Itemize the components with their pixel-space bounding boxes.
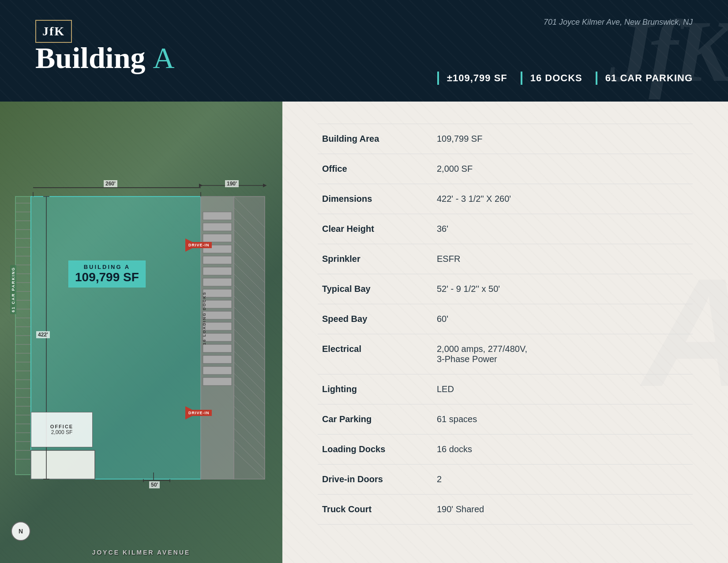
meas-height: 422'	[36, 331, 50, 338]
specs-table: Building Area109,799 SFOffice2,000 SFDim…	[318, 124, 693, 525]
logo-text: JfK	[42, 24, 65, 38]
spec-row-4: SprinklerESFR	[318, 244, 693, 274]
svg-rect-49	[234, 196, 265, 479]
spec-value-12: 190' Shared	[432, 495, 693, 525]
map-office-sf: 2,000 SF	[51, 429, 73, 435]
spec-row-6: Speed Bay60'	[318, 304, 693, 334]
map-building-name: BUILDING A	[75, 264, 139, 270]
spec-label-1: Office	[318, 154, 432, 184]
spec-value-3: 36'	[432, 214, 693, 244]
spec-label-0: Building Area	[318, 124, 432, 154]
svg-rect-38	[203, 267, 232, 275]
meas-top: 190'	[225, 180, 239, 187]
spec-value-5: 52' - 9 1/2'' x 50'	[432, 274, 693, 304]
spec-value-11: 2	[432, 465, 693, 495]
svg-rect-43	[203, 322, 232, 330]
map-north-indicator: N	[11, 521, 30, 541]
svg-rect-46	[203, 355, 232, 363]
spec-value-0: 109,799 SF	[432, 124, 693, 154]
spec-label-2: Dimensions	[318, 184, 432, 214]
spec-row-9: Car Parking61 spaces	[318, 404, 693, 435]
specs-section: A Building Area109,799 SFOffice2,000 SFD…	[282, 102, 728, 563]
header: JfK JfK Building A 701 Joyce Kilmer Ave,…	[0, 0, 728, 102]
spec-label-11: Drive-in Doors	[318, 465, 432, 495]
stat-divider-1	[437, 72, 439, 85]
stat-divider-2	[521, 72, 522, 85]
map-parking-label: 61 CAR PARKING	[10, 265, 16, 314]
spec-row-2: Dimensions422' - 3 1/2" X 260'	[318, 184, 693, 214]
svg-rect-34	[203, 223, 232, 231]
spec-row-8: LightingLED	[318, 374, 693, 404]
spec-row-1: Office2,000 SF	[318, 154, 693, 184]
spec-label-3: Clear Height	[318, 214, 432, 244]
spec-value-8: LED	[432, 374, 693, 404]
svg-rect-40	[203, 289, 232, 297]
svg-rect-44	[203, 333, 232, 341]
header-address: 701 Joyce Kilmer Ave, New Brunswick, NJ	[544, 18, 693, 27]
spec-label-6: Speed Bay	[318, 304, 432, 334]
map-drive-in-top: DRIVE-IN	[186, 242, 212, 248]
spec-label-5: Typical Bay	[318, 274, 432, 304]
header-stats: ±109,799 SF 16 DOCKS 61 CAR PARKING	[424, 72, 693, 85]
spec-value-4: ESFR	[432, 244, 693, 274]
spec-row-12: Truck Court190' Shared	[318, 495, 693, 525]
spec-row-3: Clear Height36'	[318, 214, 693, 244]
svg-rect-45	[203, 344, 232, 352]
main-content: BUILDING A 109,799 SF OFFICE 2,000 SF 61…	[0, 102, 728, 563]
stat-sf: ±109,799 SF	[424, 72, 507, 85]
spec-label-7: Electrical	[318, 334, 432, 374]
map-building-label: BUILDING A 109,799 SF	[68, 261, 146, 287]
svg-rect-42	[203, 311, 232, 319]
spec-row-7: Electrical2,000 amps, 277/480V, 3-Phase …	[318, 334, 693, 374]
spec-row-10: Loading Docks16 docks	[318, 435, 693, 465]
map-office-label: OFFICE	[50, 424, 73, 429]
building-title: Building A	[35, 43, 175, 73]
specs-content: Building Area109,799 SFOffice2,000 SFDim…	[318, 124, 693, 525]
map-section: BUILDING A 109,799 SF OFFICE 2,000 SF 61…	[0, 102, 282, 563]
spec-value-6: 60'	[432, 304, 693, 334]
meas-width: 260'	[104, 180, 117, 187]
svg-rect-33	[203, 212, 232, 220]
spec-value-7: 2,000 amps, 277/480V, 3-Phase Power	[432, 334, 693, 374]
svg-rect-48	[203, 378, 232, 385]
spec-row-5: Typical Bay52' - 9 1/2'' x 50'	[318, 274, 693, 304]
stat-divider-3	[596, 72, 597, 85]
stat-parking: 61 CAR PARKING	[582, 72, 693, 85]
stat-docks: 16 DOCKS	[507, 72, 582, 85]
svg-rect-37	[203, 256, 232, 264]
spec-value-2: 422' - 3 1/2" X 260'	[432, 184, 693, 214]
map-drive-in-bottom: DRIVE-IN	[186, 410, 212, 416]
spec-label-12: Truck Court	[318, 495, 432, 525]
logo-box: JfK	[35, 20, 72, 43]
spec-row-0: Building Area109,799 SF	[318, 124, 693, 154]
spec-label-4: Sprinkler	[318, 244, 432, 274]
svg-rect-35	[203, 234, 232, 242]
map-office-box: OFFICE 2,000 SF	[31, 412, 93, 447]
spec-label-10: Loading Docks	[318, 435, 432, 465]
spec-label-9: Car Parking	[318, 404, 432, 435]
spec-row-11: Drive-in Doors2	[318, 465, 693, 495]
svg-rect-41	[203, 300, 232, 308]
map-building-sf: 109,799 SF	[75, 270, 139, 284]
meas-bay: 50'	[149, 481, 160, 488]
svg-rect-39	[203, 278, 232, 286]
spec-value-1: 2,000 SF	[432, 154, 693, 184]
spec-value-9: 61 spaces	[432, 404, 693, 435]
svg-rect-74	[31, 450, 95, 479]
svg-rect-47	[203, 367, 232, 374]
spec-label-8: Lighting	[318, 374, 432, 404]
header-watermark: JfK	[609, 0, 728, 102]
map-street: JOYCE KILMER AVENUE	[92, 549, 191, 556]
spec-value-10: 16 docks	[432, 435, 693, 465]
